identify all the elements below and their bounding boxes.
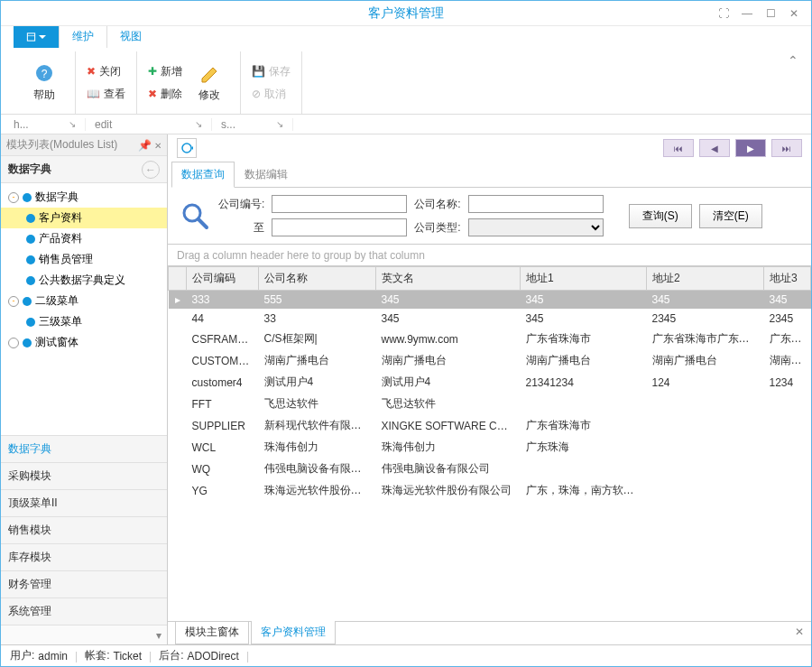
- tree-node[interactable]: -二级菜单: [1, 291, 167, 311]
- company-code-to-input[interactable]: [272, 218, 407, 236]
- delete-button[interactable]: ✖删除: [144, 85, 186, 104]
- tree-label: 销售员管理: [39, 252, 93, 267]
- status-bar: 用户:admin | 帐套:Ticket | 后台:ADODirect |: [1, 644, 811, 666]
- tree-node[interactable]: 销售员管理: [1, 249, 167, 270]
- nav-last-button[interactable]: ⏭: [771, 139, 802, 157]
- view-button[interactable]: 📖查看: [83, 85, 129, 104]
- module-icon: [26, 318, 35, 327]
- accordion-item[interactable]: 数据字典: [1, 435, 167, 462]
- tab-maintain[interactable]: 维护: [59, 24, 107, 48]
- group-by-hint[interactable]: Drag a column header here to group by th…: [168, 245, 811, 266]
- cancel-button: ⊘取消: [248, 85, 294, 104]
- bottom-tab-current[interactable]: 客户资料管理: [251, 621, 336, 644]
- lbl-to: 至: [218, 220, 264, 236]
- table-row[interactable]: customer4测试用户4测试用户4213412341241234: [169, 372, 811, 394]
- accordion-item[interactable]: 财务管理: [1, 570, 167, 598]
- tree-node[interactable]: 三级菜单: [1, 311, 167, 332]
- toggle-icon[interactable]: -: [8, 192, 19, 203]
- focus-mode-icon[interactable]: ⛶: [712, 5, 735, 23]
- clear-button[interactable]: 清空(E): [699, 204, 762, 228]
- save-button: 💾保存: [248, 62, 294, 81]
- file-icon: [26, 31, 36, 43]
- column-header[interactable]: 地址1: [521, 267, 647, 291]
- accordion-footer: ▾: [1, 625, 167, 644]
- tree-node[interactable]: 客户资料: [1, 208, 167, 228]
- query-button[interactable]: 查询(S): [629, 204, 692, 228]
- tree-node[interactable]: 公共数据字典定义: [1, 270, 167, 291]
- module-icon: [26, 276, 35, 285]
- toggle-icon[interactable]: [8, 338, 19, 348]
- table-row[interactable]: SUPPLIER新科现代软件有限公司XINGKE SOFTWARE COMP..…: [169, 415, 811, 437]
- close-tab-icon[interactable]: ✕: [795, 625, 804, 638]
- column-header[interactable]: 地址2: [647, 267, 764, 291]
- delete-icon: ✖: [148, 88, 157, 100]
- tree-node[interactable]: -数据字典: [1, 187, 167, 208]
- svg-rect-0: [27, 33, 34, 41]
- accordion-item[interactable]: 销售模块: [1, 516, 167, 543]
- launcher-icon[interactable]: ↘: [276, 119, 283, 129]
- accordion-item[interactable]: 顶级菜单II: [1, 489, 167, 516]
- column-header[interactable]: 公司编码: [187, 267, 259, 291]
- back-icon[interactable]: ←: [142, 161, 160, 179]
- tab-edit[interactable]: 数据编辑: [235, 162, 298, 188]
- lbl-company-name: 公司名称:: [414, 197, 460, 212]
- minimize-button[interactable]: —: [735, 5, 759, 23]
- ribbon-group-save: 💾保存 ⊘取消: [241, 51, 302, 114]
- pin-icon[interactable]: 📌 ✕: [138, 139, 161, 152]
- tree-node[interactable]: 测试窗体: [1, 332, 167, 353]
- table-row[interactable]: ▸333555345345345345: [169, 291, 811, 310]
- search-bar: 公司编号: 公司名称: 至 公司类型: 查询(S) 清空(E): [168, 188, 811, 245]
- table-row[interactable]: 443334534523452345: [169, 310, 811, 329]
- tree-label: 数据字典: [35, 190, 78, 205]
- ribbon-footer: h...↘ edit↘ s...↘: [1, 115, 811, 134]
- bottom-tab-main[interactable]: 模块主窗体: [175, 621, 249, 644]
- toggle-icon[interactable]: -: [8, 296, 19, 307]
- column-header[interactable]: 公司名称: [259, 267, 376, 291]
- file-tab[interactable]: [14, 26, 59, 48]
- table-row[interactable]: CUSTOMER湖南广播电台湖南广播电台湖南广播电台湖南广播电台湖南广播电: [169, 350, 811, 372]
- refresh-button[interactable]: [177, 138, 197, 158]
- accordion-item[interactable]: 采购模块: [1, 462, 167, 489]
- table-row[interactable]: WQ伟强电脑设备有限公司伟强电脑设备有限公司: [169, 459, 811, 480]
- help-button[interactable]: ? 帮助: [21, 51, 68, 114]
- maximize-button[interactable]: ☐: [759, 5, 782, 23]
- module-icon: [23, 193, 32, 202]
- table-row[interactable]: WCL珠海伟创力珠海伟创力广东珠海: [169, 437, 811, 459]
- tree-label: 公共数据字典定义: [39, 273, 125, 288]
- nav-next-button[interactable]: ▶: [735, 139, 766, 157]
- company-code-from-input[interactable]: [272, 195, 407, 213]
- nav-first-button[interactable]: ⏮: [663, 139, 694, 157]
- chevron-down-icon[interactable]: ▾: [156, 629, 161, 642]
- bottom-tab-strip: 模块主窗体 客户资料管理 ✕: [168, 621, 811, 644]
- accordion-item[interactable]: 库存模块: [1, 543, 167, 570]
- ribbon-group-edit: ✚新增 ✖删除 修改: [137, 51, 241, 114]
- data-grid[interactable]: 公司编码公司名称英文名地址1地址2地址3 ▸333555345345345345…: [168, 266, 811, 621]
- svg-point-4: [182, 144, 191, 153]
- left-accordion: 数据字典采购模块顶级菜单II销售模块库存模块财务管理系统管理: [1, 435, 167, 625]
- company-name-input[interactable]: [468, 195, 604, 213]
- table-row[interactable]: FFT飞思达软件飞思达软件: [169, 394, 811, 415]
- right-top-bar: ⏮ ◀ ▶ ⏭: [168, 134, 811, 162]
- close-button[interactable]: ✖关闭: [83, 62, 129, 81]
- accordion-item[interactable]: 系统管理: [1, 598, 167, 625]
- module-icon: [26, 214, 35, 223]
- table-row[interactable]: CSFRAMEW...C/S框架网|www.9ymw.com广东省珠海市广东省珠…: [169, 329, 811, 350]
- ribbon-group-help: ? 帮助: [14, 51, 76, 114]
- column-header[interactable]: 英文名: [376, 267, 521, 291]
- tab-query[interactable]: 数据查询: [171, 162, 235, 188]
- company-type-select[interactable]: [468, 218, 604, 236]
- column-header[interactable]: 地址3: [764, 267, 811, 291]
- tab-view[interactable]: 视图: [107, 24, 154, 48]
- tree-node[interactable]: 产品资料: [1, 228, 167, 249]
- ribbon-tab-strip: 维护 视图: [1, 26, 811, 48]
- close-window-button[interactable]: ✕: [782, 5, 806, 23]
- new-button[interactable]: ✚新增: [144, 62, 186, 81]
- collapse-ribbon-icon[interactable]: ⌃: [788, 53, 798, 68]
- nav-prev-button[interactable]: ◀: [699, 139, 730, 157]
- modify-button[interactable]: 修改: [186, 51, 233, 114]
- plus-icon: ✚: [148, 65, 157, 78]
- launcher-icon[interactable]: ↘: [69, 119, 76, 129]
- launcher-icon[interactable]: ↘: [195, 119, 202, 129]
- table-row[interactable]: YG珠海远光软件股份有限公司珠海远光软件股份有限公司广东，珠海，南方软件园: [169, 480, 811, 502]
- help-icon: ?: [33, 62, 55, 84]
